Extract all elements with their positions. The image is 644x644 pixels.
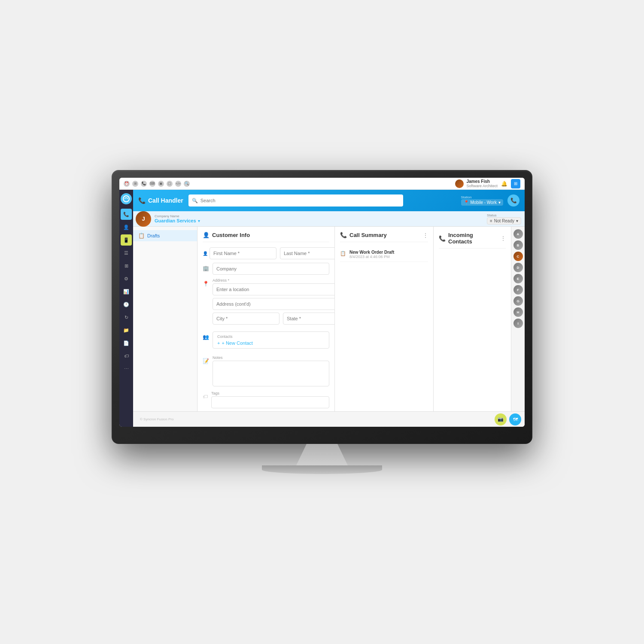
- map-button[interactable]: 🗺: [509, 413, 521, 425]
- company-name-row: Guardian Services ▾: [155, 218, 200, 223]
- keyboard-icon[interactable]: ⌨: [149, 181, 155, 187]
- tags-field-wrap: 🏷 Tags: [203, 391, 329, 408]
- panels-area: 📋 Drafts 👤 Customer Info: [133, 227, 525, 411]
- notes-field-wrap: 📝 Notes: [203, 355, 329, 388]
- station-value-label: Mobile - Work: [471, 200, 497, 205]
- sidebar-item-phone[interactable]: 📱: [121, 234, 132, 246]
- person-icon: 👤: [203, 251, 208, 256]
- new-contact-label: + New Contact: [222, 340, 252, 346]
- status-value-label: Not Ready: [494, 219, 514, 223]
- bell-icon[interactable]: 🔔: [501, 181, 507, 187]
- clock-icon[interactable]: ⏰: [124, 181, 130, 187]
- address-field-wrap: 📍 Address *: [203, 278, 329, 328]
- sidebar-item-refresh[interactable]: ↻: [121, 312, 132, 323]
- right-avatar-4[interactable]: E: [513, 274, 523, 283]
- right-avatar-5[interactable]: F: [513, 285, 523, 295]
- call-summary-more-icon[interactable]: ⋮: [423, 232, 428, 238]
- incoming-contacts-title: Incoming Contacts: [448, 232, 498, 245]
- right-avatar-6[interactable]: G: [513, 296, 523, 306]
- call-summary-title: Call Summary: [349, 232, 387, 238]
- call-summary-panel: 📞 Call Summary ⋮ 📋 New Work Order Draft: [335, 227, 434, 411]
- right-avatar-0[interactable]: A: [513, 229, 523, 239]
- content-area: 📞 Call Handler 🔍 Station: [133, 190, 525, 427]
- company-chevron-icon[interactable]: ▾: [198, 219, 200, 223]
- new-contact-button[interactable]: + + New Contact: [217, 340, 325, 346]
- phone-button[interactable]: 📞: [507, 194, 519, 207]
- building-icon: 🏢: [203, 265, 209, 271]
- sidebar-item-more[interactable]: ⋯: [121, 363, 132, 374]
- sidebar-item-doc[interactable]: 📄: [121, 337, 132, 349]
- sidebar-item-grid[interactable]: ⊞: [121, 260, 132, 271]
- drafts-icon: 📋: [138, 233, 145, 239]
- apps-icon[interactable]: ⊞: [511, 179, 520, 188]
- header-title-label: Call Handler: [148, 197, 183, 204]
- address2-input[interactable]: [213, 298, 335, 310]
- monitor-screen: ⏰ ⊞ 📞 ⌨ ▣ ▢ </> 🔍: [119, 178, 525, 427]
- right-avatar-bar: A B C D E F G H I: [511, 227, 525, 411]
- search-input[interactable]: [200, 198, 400, 203]
- right-avatar-8[interactable]: I: [513, 319, 523, 328]
- location-icon: 📍: [203, 281, 209, 287]
- status-value[interactable]: ≡ Not Ready ▾: [487, 217, 521, 225]
- sidebar-item-clock[interactable]: 🕐: [121, 299, 132, 310]
- sidebar-item-folder[interactable]: 📁: [121, 325, 132, 336]
- monitor-bezel: ⏰ ⊞ 📞 ⌨ ▣ ▢ </> 🔍: [112, 170, 532, 444]
- svg-point-0: [123, 196, 129, 202]
- tags-input[interactable]: [211, 396, 329, 408]
- sidebar-item-settings[interactable]: ⚙: [121, 273, 132, 284]
- drafts-label: Drafts: [147, 233, 160, 238]
- app-container: ⏰ ⊞ 📞 ⌨ ▣ ▢ </> 🔍: [119, 178, 525, 427]
- camera-button[interactable]: 📷: [495, 413, 507, 425]
- grid-icon[interactable]: ⊞: [132, 181, 138, 187]
- company-input[interactable]: [213, 263, 329, 275]
- right-avatar-7[interactable]: H: [513, 307, 523, 317]
- last-name-input[interactable]: [280, 247, 335, 259]
- first-name-field-wrap: 👤: [203, 247, 276, 259]
- notes-textarea[interactable]: [213, 361, 329, 386]
- sidebar-item-chart[interactable]: 📊: [121, 286, 132, 297]
- call-summary-header: 📞 Call Summary ⋮: [340, 232, 428, 242]
- left-sidebar: 📞 👤 📱 ☰ ⊞ ⚙ 📊 🕐 ↻ 📁 📄 🏷: [119, 190, 133, 427]
- sidebar-item-call[interactable]: 📞: [121, 209, 132, 220]
- station-label: Station: [461, 195, 504, 199]
- search-icon[interactable]: 🔍: [184, 181, 190, 187]
- summary-item[interactable]: 📋 New Work Order Draft 8/4/2023 at 4:46:…: [340, 247, 428, 262]
- station-location-icon: 📍: [464, 200, 469, 205]
- sidebar-item-list[interactable]: ☰: [121, 247, 132, 258]
- right-avatar-2[interactable]: C: [513, 252, 523, 261]
- contacts-section-label: Contacts: [217, 334, 325, 339]
- first-name-input[interactable]: [210, 247, 276, 259]
- city-input[interactable]: [213, 313, 279, 325]
- footer-text: © Syncron Fusion Pro: [140, 417, 173, 421]
- city-state-zip-row: [213, 313, 335, 325]
- address-input[interactable]: [213, 283, 335, 295]
- sidebar-item-contacts[interactable]: 👤: [121, 222, 132, 233]
- incoming-phone-icon: 📞: [439, 235, 446, 242]
- status-menu-icon: ≡: [490, 219, 492, 223]
- os-topbar-right: James Fish Software Architect 🔔 ⊞: [455, 179, 520, 188]
- sidebar-item-tag[interactable]: 🏷: [121, 350, 132, 361]
- right-avatar-3[interactable]: D: [513, 263, 523, 272]
- contacts-icon: 👥: [203, 334, 209, 340]
- user-subtitle-label: Software Architect: [466, 184, 498, 188]
- station-value[interactable]: 📍 Mobile - Work ▾: [461, 199, 504, 206]
- nav-item-drafts[interactable]: 📋 Drafts: [133, 230, 197, 241]
- right-avatar-1[interactable]: B: [513, 240, 523, 250]
- phone-icon[interactable]: 📞: [141, 181, 147, 187]
- monitor-stand-neck: [296, 444, 348, 465]
- bottom-bar: © Syncron Fusion Pro 📷 🗺: [133, 411, 525, 427]
- search-bar-icon: 🔍: [192, 198, 198, 204]
- monitor-stand-base: [262, 465, 382, 474]
- sidebar-logo: [121, 193, 132, 204]
- incoming-contacts-panel: 📞 Incoming Contacts ⋮: [434, 227, 511, 411]
- window2-icon[interactable]: ▢: [167, 181, 173, 187]
- notes-label: Notes: [213, 355, 329, 360]
- state-input[interactable]: [283, 313, 335, 325]
- username-label: James Fish: [466, 179, 498, 184]
- code-icon[interactable]: </>: [175, 181, 181, 187]
- window-icon[interactable]: ▣: [158, 181, 164, 187]
- station-chevron-icon: ▾: [498, 200, 501, 205]
- incoming-contacts-more-icon[interactable]: ⋮: [501, 235, 506, 241]
- search-bar: 🔍: [188, 194, 403, 207]
- status-chevron-icon: ▾: [516, 219, 518, 223]
